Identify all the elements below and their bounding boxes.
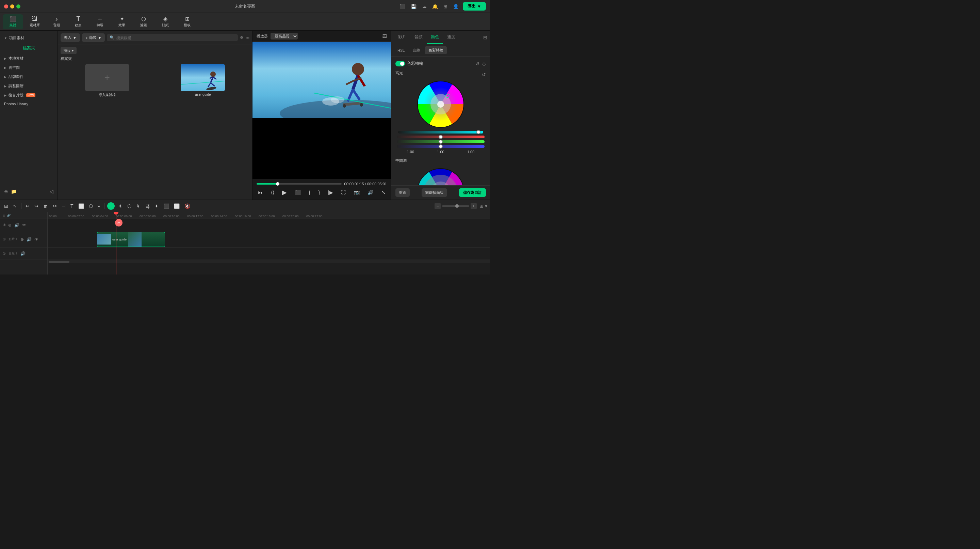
highlight-green-slider[interactable] (397, 140, 485, 143)
audio-volume-icon[interactable]: 🔊 (20, 251, 26, 257)
highlight-wheel[interactable] (417, 80, 465, 128)
progress-handle[interactable] (276, 182, 279, 186)
tool-assets[interactable]: 🖼 素材庫 (24, 14, 45, 29)
tab-video[interactable]: 影片 (394, 31, 410, 44)
sidebar-item-folder[interactable]: 檔案夾 (0, 43, 57, 54)
filter-icon[interactable]: ⚙ (240, 35, 243, 40)
cloud-icon[interactable]: ☁ (422, 4, 427, 9)
mute-button[interactable]: 🔇 (183, 203, 192, 209)
step-back-button[interactable]: ⏮ (256, 189, 264, 196)
diamond-icon[interactable]: ◇ (482, 61, 486, 66)
sidebar-item-photos[interactable]: Photos Library (0, 100, 57, 108)
tab-speed[interactable]: 速度 (443, 31, 460, 44)
tab-color[interactable]: 顏色 (427, 31, 443, 44)
split-view-button[interactable]: ⊞ (3, 203, 10, 209)
snap-button[interactable] (107, 202, 115, 210)
toggle-switch[interactable] (395, 61, 405, 66)
zoom-minus-button[interactable]: − (434, 203, 441, 209)
color-wheel-toggle[interactable]: 色彩轉輪 (395, 61, 423, 66)
sidebar-item-local[interactable]: ▶ 本地素材 (0, 54, 57, 63)
maximize-button[interactable] (16, 5, 21, 8)
keyframe-button[interactable]: 關鍵幀面板 (422, 188, 447, 197)
sidebar-item-adjust[interactable]: ▶ 調整圖層 (0, 81, 57, 91)
minimize-button[interactable] (10, 5, 14, 8)
grid-view-icon[interactable]: ⊞ (479, 203, 484, 209)
subtab-curves[interactable]: 曲線 (409, 46, 424, 54)
selection-button[interactable]: ↖ (11, 203, 18, 209)
tool-title[interactable]: T 標題 (68, 14, 89, 29)
more-tools-button[interactable]: » (96, 203, 102, 209)
undo-icon[interactable]: ↺ (476, 61, 479, 66)
track-1-eye-icon[interactable]: 👁 (34, 237, 39, 242)
track-1-volume-icon[interactable]: 🔊 (26, 237, 32, 242)
paint-button[interactable]: ⬡ (88, 203, 94, 209)
settings-icon[interactable]: ▾ (485, 203, 487, 209)
subtab-hsl[interactable]: HSL (394, 47, 408, 54)
save-icon[interactable]: 💾 (411, 4, 417, 9)
tool-effects[interactable]: ✦ 效果 (111, 14, 132, 29)
video-thumb[interactable]: 00:00:05 ⊞ ✓ (181, 64, 225, 91)
sidebar-item-cloud[interactable]: ▶ 雲空間 (0, 63, 57, 72)
more-icon[interactable]: ••• (245, 36, 250, 40)
bell-icon[interactable]: 🔔 (432, 4, 438, 9)
delete-button[interactable]: 🗑 (42, 203, 49, 209)
tool-filter[interactable]: ⬡ 濾鏡 (134, 14, 154, 29)
add-track-icon[interactable]: ⊕ (3, 214, 5, 217)
midtone-wheel[interactable] (417, 168, 465, 185)
track-2-content[interactable]: ✂ (48, 219, 490, 231)
media-item-add[interactable]: + 導入媒體檔 (60, 64, 154, 97)
screenshot-button[interactable]: 📷 (353, 189, 361, 196)
image-icon[interactable]: 🖼 (382, 34, 387, 39)
highlight-reset-icon[interactable]: ↺ (482, 72, 486, 77)
crop-button[interactable]: ⬜ (77, 203, 86, 209)
add-folder-icon[interactable]: ⊕ (4, 189, 8, 194)
sun-button[interactable]: ☀ (117, 203, 124, 209)
quality-select[interactable]: 最高品質 (270, 33, 298, 40)
audio-track-content[interactable] (48, 247, 490, 260)
undo-button[interactable]: ↩ (24, 203, 31, 209)
sidebar-item-composite[interactable]: ▶ 復合片段 NEW (0, 91, 57, 100)
stop-button[interactable]: ⬛ (294, 189, 302, 196)
speed-button[interactable]: ⇶ (144, 203, 151, 209)
subtab-color-wheels[interactable]: 色彩轉輪 (425, 46, 447, 54)
mark-in-button[interactable]: { (307, 189, 312, 196)
screen-button[interactable]: ⬜ (172, 203, 181, 209)
red-slider-handle[interactable] (439, 135, 443, 139)
monitor-icon[interactable]: ⬛ (399, 4, 405, 9)
frame-back-button[interactable]: ⟨⟨ (269, 189, 275, 196)
redo-button[interactable]: ↪ (33, 203, 40, 209)
track-1-content[interactable]: user guide (48, 231, 490, 247)
add-media-thumb[interactable]: + (85, 64, 129, 91)
ai-button[interactable]: ✦ (153, 203, 160, 209)
text-button[interactable]: T (69, 203, 75, 209)
tool-sticker[interactable]: ◈ 貼紙 (155, 14, 176, 29)
close-button[interactable] (4, 5, 8, 8)
zoom-plus-button[interactable]: + (471, 203, 477, 209)
import-button[interactable]: 導入 ▼ (60, 34, 80, 42)
insert-button[interactable]: |▶ (327, 189, 334, 196)
panel-toggle-icon[interactable]: ⊟ (483, 35, 487, 40)
scroll-thumb[interactable] (49, 261, 69, 263)
media-item-user-guide[interactable]: 00:00:05 ⊞ ✓ (156, 64, 250, 97)
zoom-slider[interactable] (442, 205, 469, 207)
highlight-blue-slider[interactable] (397, 145, 485, 148)
link-icon[interactable]: 🔗 (7, 214, 11, 217)
zoom-handle[interactable] (455, 204, 459, 208)
split-button[interactable]: ⊣ (60, 203, 67, 209)
cut-button[interactable]: ✂ (51, 203, 58, 209)
highlight-sat-slider[interactable] (398, 131, 483, 134)
avatar[interactable]: 👤 (453, 4, 459, 9)
sat-slider-handle[interactable] (476, 130, 480, 134)
highlight-red-slider[interactable] (397, 136, 485, 138)
tool-audio[interactable]: ♪ 音頻 (46, 14, 67, 29)
progress-bar[interactable] (256, 183, 342, 185)
tab-audio[interactable]: 音頻 (410, 31, 427, 44)
reset-button[interactable]: 重置 (395, 188, 410, 197)
export-button[interactable]: 導出 ▼ (463, 2, 486, 11)
tool-media[interactable]: ⬛ 媒體 (3, 14, 23, 29)
tool-transition[interactable]: ↔ 轉場 (90, 14, 110, 29)
grid-icon[interactable]: ⊞ (443, 4, 447, 9)
green-slider-handle[interactable] (439, 140, 443, 144)
track-2-add-icon[interactable]: ⊕ (8, 222, 12, 228)
folder-icon[interactable]: 📁 (11, 189, 17, 194)
